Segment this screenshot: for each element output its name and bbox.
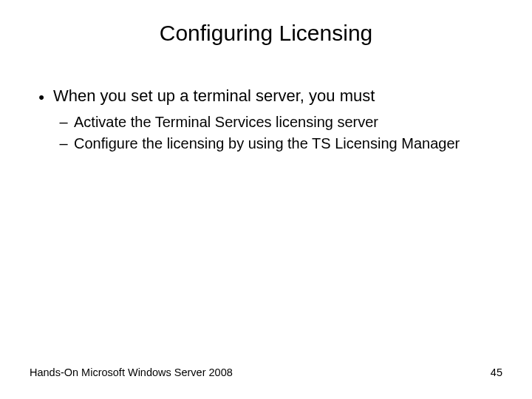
slide: Configuring Licensing • When you set up … bbox=[0, 0, 532, 399]
footer-left: Hands-On Microsoft Windows Server 2008 bbox=[30, 366, 233, 378]
sub-item: – Configure the licensing by using the T… bbox=[53, 134, 502, 153]
sub-text: Activate the Terminal Services licensing… bbox=[74, 113, 502, 132]
page-number: 45 bbox=[491, 366, 502, 378]
slide-title: Configuring Licensing bbox=[30, 21, 502, 46]
sub-item: – Activate the Terminal Services licensi… bbox=[53, 113, 502, 132]
slide-footer: Hands-On Microsoft Windows Server 2008 4… bbox=[30, 366, 502, 378]
slide-content: • When you set up a terminal server, you… bbox=[30, 86, 502, 153]
sub-list: – Activate the Terminal Services licensi… bbox=[30, 113, 502, 153]
bullet-text: When you set up a terminal server, you m… bbox=[53, 86, 502, 107]
sub-marker: – bbox=[53, 134, 74, 153]
sub-text: Configure the licensing by using the TS … bbox=[74, 134, 502, 153]
bullet-list: • When you set up a terminal server, you… bbox=[30, 86, 502, 107]
bullet-item: • When you set up a terminal server, you… bbox=[30, 86, 502, 107]
bullet-marker: • bbox=[30, 86, 53, 107]
sub-marker: – bbox=[53, 113, 74, 132]
